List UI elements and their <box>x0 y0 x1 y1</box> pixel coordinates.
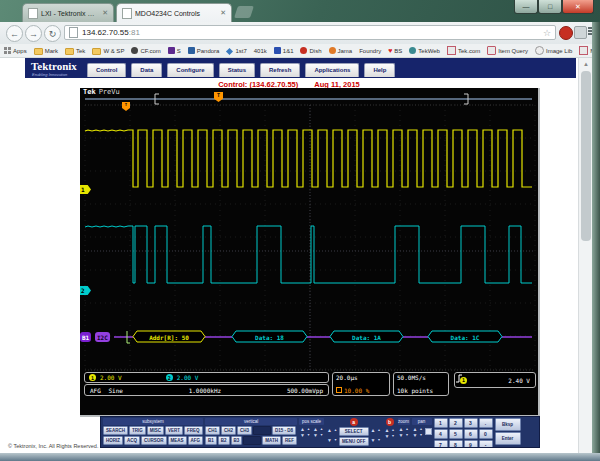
scale-arrows[interactable]: ▲▴▼▾ <box>312 426 324 438</box>
freq-button[interactable]: FREQ <box>184 426 203 435</box>
close-button[interactable]: ✕ <box>562 0 594 14</box>
cursor-button[interactable]: CURSOR <box>141 436 167 445</box>
tektronix-tagline: Enabling Innovation <box>32 72 67 77</box>
tab-close-icon[interactable]: ✕ <box>220 9 226 17</box>
bookmark-item[interactable]: Pandora <box>188 47 220 54</box>
adblock-icon[interactable] <box>559 26 573 40</box>
position-arrows[interactable]: ▲▴▼▾ <box>299 426 311 438</box>
bookmark-item[interactable]: Jama <box>329 47 353 54</box>
select-button[interactable]: SELECT <box>339 427 369 436</box>
tab-close-icon[interactable]: ✕ <box>102 9 108 17</box>
maximize-button[interactable]: □ <box>538 0 562 14</box>
diamond-icon <box>226 47 233 54</box>
key-5[interactable]: 5 <box>449 429 463 439</box>
rising-edge-icon <box>455 373 464 383</box>
key-9[interactable]: 9 <box>464 440 478 448</box>
ch3-button[interactable]: CH3 <box>237 426 252 435</box>
b1-button[interactable]: B1 <box>205 436 217 445</box>
back-button[interactable]: ← <box>6 25 23 42</box>
window-border-right <box>592 22 600 453</box>
key-0[interactable]: 0 <box>479 429 493 439</box>
reload-button[interactable]: ↻ <box>44 25 61 42</box>
misc-button[interactable]: MISC <box>147 426 164 435</box>
bookmark-item[interactable]: S <box>168 47 181 54</box>
enter-button[interactable]: Enter <box>495 432 521 445</box>
horiz-button[interactable]: HORIZ <box>103 436 123 445</box>
subsystem-group: subsystemSEARCHTRIGMISCVERTFREQHORIZACQC… <box>103 418 203 445</box>
bookmark-item[interactable]: Image Lib <box>535 46 572 55</box>
nav-data-button[interactable]: Data <box>131 63 162 77</box>
bookmark-item[interactable]: Tek <box>65 47 85 55</box>
key-.[interactable]: . <box>479 418 493 428</box>
apps-grid-icon <box>4 47 11 54</box>
afg-button[interactable]: AFG <box>188 436 204 445</box>
trig-button[interactable]: TRIG <box>129 426 146 435</box>
url-port: :81 <box>129 28 140 37</box>
scroll-up-icon[interactable]: ▲ <box>579 58 593 70</box>
bookmark-apps[interactable]: Apps <box>4 47 27 54</box>
bookmark-item[interactable]: W & SP <box>92 47 124 55</box>
minimize-button[interactable]: — <box>514 0 538 14</box>
backspace-button[interactable]: Bksp <box>495 418 521 431</box>
bookmark-item[interactable]: 401k <box>254 48 267 54</box>
acquisition-readout: 50.0MS/s 10k points <box>393 372 449 396</box>
search-button[interactable]: SEARCH <box>103 426 128 435</box>
key--[interactable]: - <box>479 440 493 448</box>
nav-refresh-button[interactable]: Refresh <box>260 63 300 77</box>
d15-d8-button[interactable]: D15 - D8 <box>272 426 296 435</box>
scrollbar-thumb[interactable] <box>581 71 591 241</box>
new-tab-button[interactable] <box>234 6 254 18</box>
key-2[interactable]: 2 <box>449 418 463 428</box>
ch2-button[interactable]: CH2 <box>221 426 236 435</box>
key-4[interactable]: 4 <box>434 429 448 439</box>
bookmark-item[interactable]: 1&1 <box>274 47 294 54</box>
bookmark-item[interactable]: ♥BS <box>388 47 402 54</box>
bookmark-item[interactable]: Item Query <box>487 46 528 55</box>
tab-lxi[interactable]: LXI - Tektronix MDO4104 ✕ <box>22 3 114 22</box>
zoom-arrows[interactable]: ▲▴▼▾ <box>398 426 410 438</box>
vert-button[interactable]: VERT <box>165 426 183 435</box>
pan-arrows[interactable]: ▲▴▼▾ <box>412 426 424 438</box>
key-3[interactable]: 3 <box>464 418 478 428</box>
key-1[interactable]: 1 <box>434 418 448 428</box>
nav-help-button[interactable]: Help <box>364 63 395 77</box>
forward-button[interactable]: → <box>25 25 42 42</box>
menu-off-button[interactable]: MENU OFF <box>339 437 369 446</box>
bookmark-item[interactable]: Mark <box>34 47 58 55</box>
bookmark-star-icon[interactable]: ☆ <box>543 28 551 38</box>
nav-status-button[interactable]: Status <box>219 63 255 77</box>
b2-button[interactable]: B2 <box>218 436 230 445</box>
bookmark-item[interactable]: 1st7 <box>226 48 246 54</box>
knob-a-arrows[interactable]: ▲▴▼▾ <box>326 427 338 446</box>
zoom-group: zoom ▲▴▼▾ <box>398 418 410 438</box>
key-6[interactable]: 6 <box>464 429 478 439</box>
nav-applications-button[interactable]: Applications <box>305 63 359 77</box>
key-8[interactable]: 8 <box>449 440 463 448</box>
bookmark-item[interactable]: TekWeb <box>409 47 440 54</box>
nav-configure-button[interactable]: Configure <box>167 63 213 77</box>
bookmark-item[interactable]: MSR <box>579 46 592 55</box>
bookmark-item[interactable]: Foundry <box>359 48 381 54</box>
b3-button[interactable]: B3 <box>231 436 243 445</box>
extension-icon[interactable] <box>574 26 587 39</box>
ref-button[interactable]: REF <box>282 436 297 445</box>
numeric-keypad: 123.4560789- <box>434 418 493 448</box>
afg-frequency: 1.0000kHz <box>189 387 222 394</box>
nav-control-button[interactable]: Control <box>87 63 126 77</box>
bookmark-item[interactable]: Dish <box>300 47 321 54</box>
bookmark-item[interactable]: CF.com <box>131 47 160 54</box>
tektronix-logo: Tektronix <box>31 60 77 72</box>
acq-button[interactable]: ACQ <box>124 436 140 445</box>
key-7[interactable]: 7 <box>434 440 448 448</box>
math-button[interactable]: MATH <box>262 436 281 445</box>
knob-b-arrows[interactable]: ▲▴▼▾ <box>384 427 396 439</box>
scope-screen-image[interactable]: Addr[R]: 50Data: 18Data: 1AData: 1C TekP… <box>80 88 540 417</box>
ch4-button[interactable]: CH4 <box>253 426 271 435</box>
bookmark-item[interactable]: Tek.com <box>447 46 480 55</box>
knob-a-fine-arrows[interactable]: ▲▴▼▾ <box>370 427 382 446</box>
tab-controls[interactable]: MDO4234C Controls ✕ <box>116 3 232 22</box>
ch1-button[interactable]: CH1 <box>205 426 220 435</box>
meas-button[interactable]: MEAS <box>168 436 187 445</box>
page-scrollbar[interactable]: ▲ <box>578 58 593 453</box>
address-bar[interactable]: 134.62.70.55:81 ☆ <box>64 25 556 40</box>
